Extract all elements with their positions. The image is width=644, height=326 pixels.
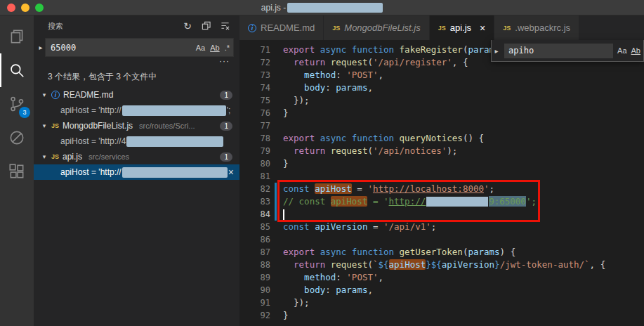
- code-token: }: [283, 310, 289, 320]
- window-title-text: api.js -: [261, 3, 286, 13]
- code-token: ': [367, 183, 373, 194]
- search-sidebar: 搜索 ↻ ▸ 65000 Aa Ab: [34, 15, 239, 326]
- code-line[interactable]: 89 method: 'POST',: [239, 271, 644, 284]
- find-collapse-chevron[interactable]: ▸: [493, 47, 500, 55]
- code-line[interactable]: 83// const apiHost = 'http://9:65000';: [239, 195, 644, 208]
- code-line[interactable]: 90 body: params,: [239, 284, 644, 296]
- refresh-icon[interactable]: ↻: [183, 21, 192, 31]
- code-line[interactable]: 82const apiHost = 'http://localhost:8000…: [239, 183, 644, 195]
- text-cursor: [283, 209, 284, 221]
- activity-bar-item-explorer[interactable]: [0, 20, 34, 53]
- code-line[interactable]: 80}: [239, 157, 644, 170]
- regex-toggle[interactable]: .*: [225, 44, 230, 52]
- result-match-apijs-selected[interactable]: apiHost = 'http:// ×: [34, 164, 239, 180]
- code-line[interactable]: 77: [239, 119, 644, 132]
- search-input[interactable]: 65000 Aa Ab .*: [45, 38, 234, 57]
- code-line[interactable]: 75 });: [239, 94, 644, 107]
- zoom-window-button[interactable]: [35, 4, 44, 12]
- chevron-down-icon[interactable]: ▾: [41, 91, 48, 98]
- code-token: ,: [367, 82, 373, 93]
- code-line[interactable]: 81: [239, 170, 644, 183]
- result-file-readme[interactable]: ▾ i README.md 1: [34, 87, 239, 103]
- code-line[interactable]: 86: [239, 233, 644, 246]
- js-file-icon: JS: [51, 122, 59, 129]
- code-token: ${: [379, 259, 389, 270]
- js-file-icon: JS: [503, 25, 511, 32]
- line-number: 77: [239, 119, 283, 132]
- code-line[interactable]: 78export async function queryNotices() {: [239, 132, 644, 145]
- result-file-apijs[interactable]: ▾ JS api.js src/services 1: [34, 149, 239, 164]
- code-editor[interactable]: 71export async function fakeRegister(par…: [239, 40, 644, 326]
- code-token: const: [283, 221, 315, 232]
- match-text: ';: [227, 105, 231, 115]
- tab-webpackrc[interactable]: JS .webpackrc.js: [494, 15, 579, 40]
- result-match-mongodbfilelist[interactable]: apiHost = 'http://4: [34, 133, 239, 149]
- tab-mongodbfilelist[interactable]: JS MongodbFileList.js: [324, 15, 429, 40]
- search-input-value: 65000: [51, 43, 76, 53]
- code-token: 'POST': [346, 70, 378, 80]
- dismiss-match-icon[interactable]: ×: [228, 167, 234, 177]
- close-window-button[interactable]: [7, 4, 15, 12]
- code-token: '/api/notices': [373, 145, 447, 156]
- whole-word-toggle[interactable]: Ab: [210, 44, 219, 52]
- activity-bar-item-search[interactable]: [0, 53, 34, 87]
- line-number: 73: [239, 69, 283, 82]
- toggle-replace-chevron[interactable]: ▸: [37, 44, 45, 51]
- code-token: [283, 57, 294, 67]
- code-line[interactable]: 92}: [239, 309, 644, 322]
- activity-bar-item-extensions[interactable]: [0, 155, 34, 188]
- code-token: }: [426, 259, 431, 270]
- find-input-value: apiho: [508, 46, 534, 56]
- find-whole-word-toggle[interactable]: Ab: [631, 46, 640, 55]
- minimize-window-button[interactable]: [21, 4, 29, 12]
- search-row: ▸ 65000 Aa Ab .*: [34, 37, 239, 57]
- code-token: ,: [378, 70, 383, 80]
- match-text: apiHost = 'http://: [60, 167, 121, 177]
- code-token: return: [294, 145, 331, 156]
- result-match-readme[interactable]: apiHost = 'http://';: [34, 103, 239, 118]
- chevron-down-icon[interactable]: ▾: [41, 153, 48, 160]
- sidebar-header: 搜索 ↻: [34, 15, 239, 37]
- code-token: params: [468, 247, 499, 257]
- code-token: ;: [489, 183, 495, 194]
- code-line[interactable]: 76}: [239, 107, 644, 119]
- activity-bar-item-source-control[interactable]: 3: [0, 87, 34, 121]
- find-input[interactable]: apiho: [504, 44, 613, 58]
- code-token: return: [294, 259, 331, 270]
- result-file-mongodbfilelist[interactable]: ▾ JS MongodbFileList.js src/routes/Scri.…: [34, 118, 239, 133]
- vscode-window: api.js -: [0, 0, 644, 326]
- code-line[interactable]: 85const apiVersion = '/api/v1';: [239, 221, 644, 233]
- code-token: queryNotices: [400, 133, 463, 143]
- redaction-bar: [126, 136, 223, 147]
- activity-bar-item-blocked[interactable]: [0, 121, 34, 155]
- code-token: /jwt-token-auth/: [500, 259, 584, 270]
- code-line[interactable]: 91 });: [239, 296, 644, 309]
- find-match-case-toggle[interactable]: Aa: [617, 46, 626, 55]
- search-icon: [8, 61, 26, 79]
- code-token: apiHost: [331, 196, 368, 207]
- open-in-editor-icon[interactable]: [202, 21, 211, 32]
- match-case-toggle[interactable]: Aa: [196, 44, 205, 52]
- clear-search-results-icon[interactable]: [221, 21, 230, 32]
- extensions-icon: [8, 162, 26, 181]
- close-tab-icon[interactable]: ×: [480, 23, 485, 33]
- code-line[interactable]: 87export async function getUserToken(par…: [239, 246, 644, 259]
- code-line[interactable]: 88 return request(`${apiHost}${apiVersio…: [239, 259, 644, 271]
- tab-readme[interactable]: i README.md: [239, 15, 324, 40]
- code-token: method: [304, 272, 336, 282]
- toggle-search-details-icon[interactable]: ···: [219, 56, 230, 66]
- code-token: );: [447, 145, 457, 156]
- code-line[interactable]: 73 method: 'POST',: [239, 69, 644, 82]
- tab-apijs[interactable]: JS api.js ×: [430, 15, 495, 40]
- code-token: =: [367, 221, 383, 232]
- code-line[interactable]: 84: [239, 208, 644, 221]
- chevron-down-icon[interactable]: ▾: [41, 122, 48, 129]
- code-token: http://localhost:8000: [373, 183, 484, 194]
- code-line[interactable]: 74 body: params,: [239, 82, 644, 94]
- code-line[interactable]: 79 return request('/api/notices');: [239, 145, 644, 157]
- code-token: params: [336, 82, 367, 93]
- line-number: 80: [239, 157, 283, 170]
- tab-label: .webpackrc.js: [515, 22, 570, 33]
- code-token: http://: [389, 196, 426, 207]
- code-token: export: [283, 44, 320, 55]
